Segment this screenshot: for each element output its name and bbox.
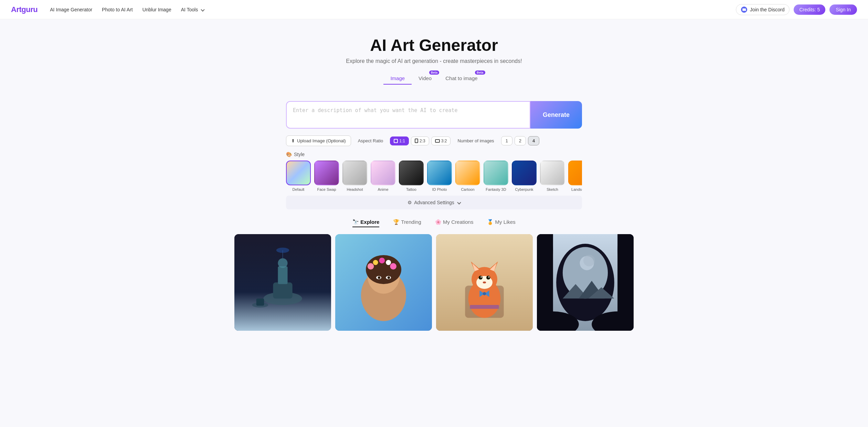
style-name-anime: Anime xyxy=(378,187,388,191)
discord-icon xyxy=(741,7,747,13)
style-thumb-id-photo xyxy=(427,161,452,185)
credits-button[interactable]: Credits: 5 xyxy=(794,4,825,15)
style-name-default: Default xyxy=(293,187,305,191)
svg-point-33 xyxy=(480,276,482,278)
style-name-fantasy-3d: Fantasty 3D xyxy=(486,187,506,191)
chevron-down-icon xyxy=(457,200,461,204)
svg-point-21 xyxy=(388,276,390,279)
style-thumb-landscape xyxy=(568,161,582,185)
style-item-face-swap[interactable]: Face Swap xyxy=(314,161,339,191)
style-name-tattoo: Tattoo xyxy=(406,187,416,191)
signin-button[interactable]: Sign In xyxy=(829,4,857,15)
tab-chat-to-image[interactable]: Chat to image Beta xyxy=(438,73,484,85)
style-name-landscape: Landscape xyxy=(571,187,582,191)
discord-button[interactable]: Join the Discord xyxy=(736,4,790,15)
aspect-2-3-button[interactable]: 2:3 xyxy=(411,136,429,145)
landscape-icon xyxy=(435,139,440,143)
svg-rect-3 xyxy=(278,266,287,284)
gallery-tab-my-creations[interactable]: 🌸 My Creations xyxy=(435,219,474,227)
gallery-tabs: 🔭 Explore 🏆 Trending 🌸 My Creations 🏅 My… xyxy=(0,219,868,227)
gallery-tab-my-likes[interactable]: 🏅 My Likes xyxy=(487,219,515,227)
svg-point-13 xyxy=(368,263,374,270)
svg-point-16 xyxy=(386,260,391,265)
prompt-section: Generate xyxy=(279,101,589,129)
advanced-section: ⚙ Advanced Settings xyxy=(279,196,589,209)
svg-point-17 xyxy=(390,263,396,270)
svg-point-6 xyxy=(276,248,289,253)
svg-point-34 xyxy=(488,276,490,278)
style-item-landscape[interactable]: Landscape xyxy=(568,161,582,191)
style-item-anime[interactable]: Anime xyxy=(371,161,395,191)
num-images-options: 1 2 4 xyxy=(501,136,540,145)
advanced-settings-button[interactable]: ⚙ Advanced Settings xyxy=(286,196,582,209)
svg-point-20 xyxy=(378,276,380,279)
style-item-cartoon[interactable]: Cartoon xyxy=(455,161,480,191)
svg-rect-2 xyxy=(273,283,292,299)
style-item-sketch[interactable]: Sketch xyxy=(540,161,565,191)
tab-video[interactable]: Video Beta xyxy=(412,73,438,85)
image-grid xyxy=(227,234,641,344)
style-item-default[interactable]: Default xyxy=(286,161,311,191)
nav-unblur-image[interactable]: Unblur Image xyxy=(142,7,171,12)
style-item-fantasy-3d[interactable]: Fantasty 3D xyxy=(484,161,508,191)
controls-bar: ⬆ Upload Image (Optional) Aspect Ratio 1… xyxy=(279,135,589,146)
page-title: AI Art Generator xyxy=(7,36,861,55)
style-name-cyberpunk: Cyberpunk xyxy=(515,187,533,191)
style-thumb-default xyxy=(286,161,311,185)
video-beta-badge: Beta xyxy=(429,70,440,75)
style-item-id-photo[interactable]: ID Photo xyxy=(427,161,452,191)
aspect-ratio-label: Aspect Ratio xyxy=(358,138,383,143)
portrait-icon xyxy=(415,139,418,143)
image-card[interactable] xyxy=(335,234,432,331)
discord-label: Join the Discord xyxy=(750,7,784,12)
gear-icon: ⚙ xyxy=(407,200,412,205)
aspect-1-1-button[interactable]: 1:1 xyxy=(390,136,409,145)
svg-point-31 xyxy=(479,276,483,280)
num-4-button[interactable]: 4 xyxy=(528,136,539,145)
palette-icon: 🎨 xyxy=(286,152,292,157)
style-thumb-face-swap xyxy=(314,161,339,185)
chevron-down-icon xyxy=(201,8,205,11)
image-card[interactable] xyxy=(234,234,331,331)
generate-button[interactable]: Generate xyxy=(530,101,582,129)
image-portrait xyxy=(335,234,432,331)
gallery-tab-trending[interactable]: 🏆 Trending xyxy=(393,219,421,227)
prompt-input[interactable] xyxy=(286,101,530,129)
image-card[interactable] xyxy=(537,234,634,331)
style-name-headshot: Headshot xyxy=(347,187,363,191)
square-icon xyxy=(394,139,398,143)
brand-logo[interactable]: Artguru xyxy=(11,5,38,14)
svg-point-38 xyxy=(483,292,486,295)
gallery-tab-explore[interactable]: 🔭 Explore xyxy=(352,219,379,227)
style-thumb-cyberpunk xyxy=(512,161,537,185)
mode-tabs: Image Video Beta Chat to image Beta xyxy=(7,73,861,85)
image-sci-fi xyxy=(234,234,331,331)
style-item-tattoo[interactable]: Tattoo xyxy=(399,161,424,191)
svg-point-14 xyxy=(373,260,378,265)
num-2-button[interactable]: 2 xyxy=(515,136,526,145)
upload-image-button[interactable]: ⬆ Upload Image (Optional) xyxy=(286,135,351,146)
svg-point-15 xyxy=(379,258,385,263)
image-cave xyxy=(537,234,634,331)
nav-photo-to-ai-art[interactable]: Photo to AI Art xyxy=(102,7,133,12)
hero-section: AI Art Generator Explore the magic of AI… xyxy=(0,19,868,101)
svg-point-32 xyxy=(486,276,490,280)
svg-point-35 xyxy=(483,282,486,284)
aspect-ratio-options: 1:1 2:3 3:2 xyxy=(390,136,451,145)
tab-image[interactable]: Image xyxy=(383,73,412,85)
nav-ai-image-generator[interactable]: AI Image Generator xyxy=(50,7,92,12)
svg-rect-8 xyxy=(256,298,264,306)
image-fox xyxy=(436,234,533,331)
svg-point-4 xyxy=(278,258,287,268)
nav-ai-tools[interactable]: AI Tools xyxy=(181,7,204,12)
style-item-cyberpunk[interactable]: Cyberpunk xyxy=(512,161,537,191)
style-thumb-sketch xyxy=(540,161,565,185)
num-1-button[interactable]: 1 xyxy=(501,136,512,145)
style-thumb-tattoo xyxy=(399,161,424,185)
style-name-id-photo: ID Photo xyxy=(432,187,447,191)
style-item-headshot[interactable]: Headshot xyxy=(342,161,367,191)
style-thumb-fantasy-3d xyxy=(484,161,508,185)
aspect-3-2-button[interactable]: 3:2 xyxy=(431,136,451,145)
chat-beta-badge: Beta xyxy=(475,70,485,75)
image-card[interactable] xyxy=(436,234,533,331)
